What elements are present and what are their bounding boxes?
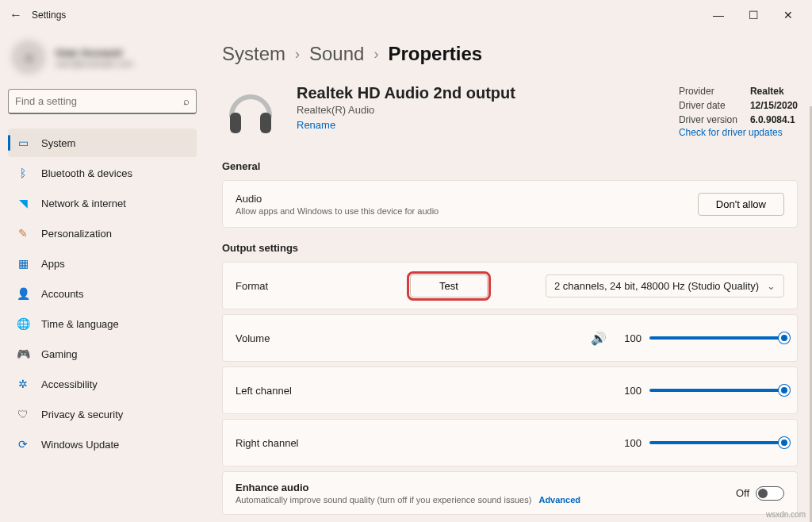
accessibility-icon: ✲: [16, 378, 30, 390]
avatar-icon: ◉: [11, 40, 46, 75]
search-icon: ⌕: [183, 95, 190, 107]
device-header: Realtek HD Audio 2nd output Realtek(R) A…: [222, 84, 798, 141]
enhance-state: Off: [736, 487, 749, 499]
nav-system[interactable]: ▭System: [8, 129, 197, 157]
svg-rect-0: [230, 113, 241, 133]
shield-icon: 🛡: [16, 408, 30, 420]
nav-bluetooth[interactable]: ᛒBluetooth & devices: [8, 159, 197, 187]
slider-thumb[interactable]: [779, 385, 790, 396]
nav-apps[interactable]: ▦Apps: [8, 249, 197, 278]
breadcrumb: System › Sound › Properties: [222, 43, 798, 65]
device-title: Realtek HD Audio 2nd output: [297, 84, 515, 102]
svg-rect-1: [260, 113, 271, 133]
nav-update[interactable]: ⟳Windows Update: [8, 430, 197, 459]
nav-gaming[interactable]: 🎮Gaming: [8, 340, 197, 368]
sidebar: ◉ User Account user@example.com ⌕ ▭Syste…: [0, 30, 205, 522]
breadcrumb-sound[interactable]: Sound: [309, 43, 364, 65]
left-label: Left channel: [236, 385, 410, 397]
format-value: 2 channels, 24 bit, 48000 Hz (Studio Qua…: [554, 280, 759, 292]
profile-name: User Account: [56, 47, 133, 59]
person-icon: 👤: [16, 287, 30, 300]
volume-value: 100: [619, 332, 642, 344]
chevron-right-icon: ›: [373, 46, 378, 63]
left-channel-card: Left channel 100: [222, 367, 798, 414]
enhance-card: Enhance audio Automatically improve soun…: [222, 471, 798, 515]
rename-link[interactable]: Rename: [297, 119, 515, 131]
watermark: wsxdn.com: [766, 510, 806, 519]
section-general: General: [222, 160, 798, 172]
chevron-down-icon: ⌄: [767, 280, 776, 292]
nav-network[interactable]: ◥Network & internet: [8, 189, 197, 217]
nav-privacy[interactable]: 🛡Privacy & security: [8, 400, 197, 428]
right-channel-card: Right channel 100: [222, 419, 798, 466]
breadcrumb-system[interactable]: System: [222, 43, 285, 65]
nav-personalization[interactable]: ✎Personalization: [8, 219, 197, 248]
nav-accounts[interactable]: 👤Accounts: [8, 279, 197, 308]
minimize-button[interactable]: —: [701, 3, 736, 27]
device-subtitle: Realtek(R) Audio: [297, 104, 515, 116]
volume-card: Volume 🔊 100: [222, 314, 798, 362]
close-button[interactable]: ✕: [771, 3, 806, 27]
back-button[interactable]: ←: [6, 8, 25, 22]
chevron-right-icon: ›: [295, 46, 300, 63]
profile-block[interactable]: ◉ User Account user@example.com: [8, 30, 197, 89]
maximize-button[interactable]: ☐: [736, 3, 771, 27]
nav-accessibility[interactable]: ✲Accessibility: [8, 370, 197, 398]
test-button[interactable]: Test: [410, 274, 488, 297]
right-slider[interactable]: [649, 441, 784, 444]
apps-icon: ▦: [16, 257, 30, 270]
check-updates-link[interactable]: Check for driver updates: [679, 127, 798, 138]
window-title: Settings: [32, 10, 66, 21]
format-select[interactable]: 2 channels, 24 bit, 48000 Hz (Studio Qua…: [546, 274, 784, 297]
format-label: Format: [236, 280, 410, 292]
breadcrumb-properties: Properties: [388, 43, 482, 65]
dont-allow-button[interactable]: Don't allow: [698, 193, 784, 216]
profile-email: user@example.com: [56, 59, 133, 68]
update-icon: ⟳: [16, 438, 30, 451]
slider-thumb[interactable]: [779, 332, 790, 344]
format-card: Format Test 2 channels, 24 bit, 48000 Hz…: [222, 262, 798, 309]
volume-label: Volume: [236, 332, 410, 344]
audio-label: Audio: [236, 193, 698, 205]
titlebar: ← Settings — ☐ ✕: [0, 0, 812, 30]
enhance-desc: Automatically improve sound quality (tur…: [236, 495, 531, 505]
left-slider[interactable]: [649, 389, 784, 392]
right-label: Right channel: [236, 437, 410, 449]
nav-time[interactable]: 🌐Time & language: [8, 309, 197, 338]
enhance-toggle[interactable]: [756, 486, 784, 501]
speaker-icon[interactable]: 🔊: [591, 331, 607, 346]
search-field[interactable]: [15, 95, 183, 107]
volume-slider[interactable]: [649, 336, 784, 340]
wifi-icon: ◥: [16, 197, 30, 209]
gaming-icon: 🎮: [16, 347, 30, 360]
driver-info: ProviderRealtek Driver date12/15/2020 Dr…: [679, 84, 798, 141]
globe-icon: 🌐: [16, 317, 30, 330]
right-value: 100: [619, 437, 642, 449]
system-icon: ▭: [16, 136, 30, 149]
audio-desc: Allow apps and Windows to use this devic…: [236, 206, 698, 216]
general-card: Audio Allow apps and Windows to use this…: [222, 180, 798, 228]
nav-list: ▭System ᛒBluetooth & devices ◥Network & …: [8, 129, 197, 459]
search-input[interactable]: ⌕: [8, 89, 197, 114]
bluetooth-icon: ᛒ: [16, 167, 30, 179]
main-content: System › Sound › Properties Realtek HD A…: [205, 30, 812, 522]
paint-icon: ✎: [16, 227, 30, 240]
slider-thumb[interactable]: [779, 437, 790, 448]
headphones-icon: [222, 84, 279, 141]
left-value: 100: [619, 385, 642, 397]
section-output: Output settings: [222, 242, 798, 254]
advanced-link[interactable]: Advanced: [538, 495, 580, 505]
enhance-title: Enhance audio: [236, 482, 736, 493]
